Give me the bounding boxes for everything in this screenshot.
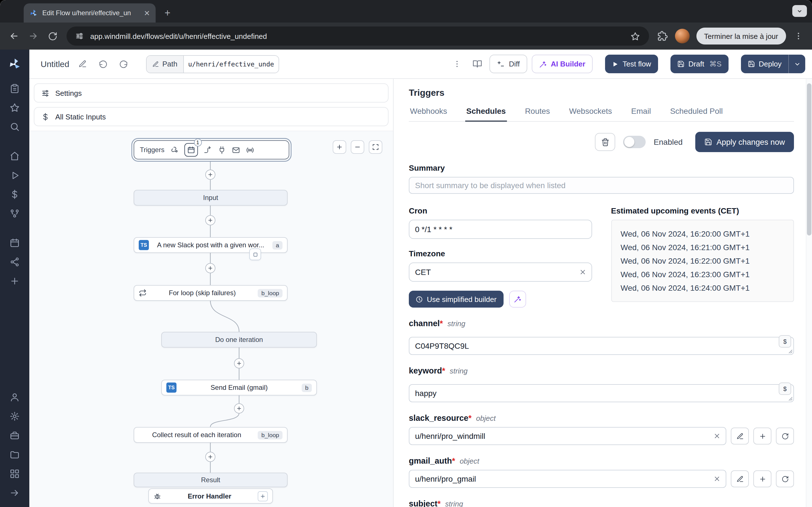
reload-icon[interactable] — [44, 27, 61, 45]
tab-search-chevron-icon[interactable] — [792, 5, 807, 17]
insert-step-button[interactable] — [234, 358, 244, 369]
edit-resource-button[interactable] — [731, 470, 749, 487]
redo-icon[interactable] — [116, 56, 132, 72]
user-icon[interactable] — [6, 389, 24, 406]
delete-schedule-button[interactable] — [595, 133, 615, 151]
deploy-button[interactable]: Deploy — [741, 55, 788, 73]
browser-update-button[interactable]: Terminer la mise à jour — [696, 27, 786, 45]
tab-schedules[interactable]: Schedules — [465, 107, 507, 122]
new-tab-button[interactable]: + — [160, 6, 175, 20]
runs-play-icon[interactable] — [6, 167, 24, 184]
insert-variable-button[interactable]: $ — [779, 335, 791, 348]
create-plus-icon[interactable] — [6, 273, 24, 290]
bookmark-star-icon[interactable] — [629, 31, 641, 42]
scrollbar-thumb[interactable] — [807, 83, 811, 235]
timezone-input[interactable] — [409, 263, 592, 282]
websockets-icon[interactable] — [217, 146, 226, 154]
gmail-auth-input[interactable] — [409, 470, 726, 488]
zoom-in-button[interactable] — [333, 140, 346, 154]
collect-result-node[interactable]: Collect result of each iteration b_loop — [134, 427, 288, 443]
site-settings-icon[interactable] — [74, 31, 85, 41]
result-node[interactable]: Result — [134, 473, 288, 487]
ai-cron-wand-button[interactable] — [509, 291, 526, 307]
browser-tab[interactable]: Edit Flow u/henri/effective_un ✕ — [24, 3, 156, 22]
docs-book-icon[interactable] — [469, 56, 485, 72]
ai-builder-button[interactable]: AI Builder — [531, 55, 593, 73]
fit-view-button[interactable] — [369, 140, 382, 154]
test-flow-button[interactable]: Test flow — [605, 55, 658, 73]
error-handler-node[interactable]: Error Handler — [148, 489, 273, 504]
variables-dollar-icon[interactable] — [6, 186, 24, 203]
clear-resource-icon[interactable] — [713, 475, 721, 483]
apps-grid-icon[interactable] — [6, 465, 24, 482]
enabled-toggle[interactable] — [623, 136, 646, 148]
home-icon[interactable] — [6, 148, 24, 165]
folders-icon[interactable] — [6, 446, 24, 463]
edit-resource-button[interactable] — [731, 428, 749, 445]
insert-step-button[interactable] — [205, 215, 215, 225]
workers-toolbox-icon[interactable] — [6, 427, 24, 444]
extensions-icon[interactable] — [654, 28, 670, 44]
favorites-star-icon[interactable] — [6, 99, 24, 116]
windmill-logo[interactable] — [8, 57, 21, 71]
browser-menu-kebab-icon[interactable] — [791, 28, 806, 44]
tab-routes[interactable]: Routes — [524, 107, 551, 121]
triggers-share-icon[interactable] — [6, 253, 24, 270]
profile-avatar[interactable] — [675, 29, 689, 43]
search-icon[interactable] — [6, 118, 24, 135]
add-resource-button[interactable] — [753, 470, 771, 487]
webhook-icon[interactable] — [170, 146, 179, 154]
input-node[interactable]: Input — [134, 190, 288, 206]
forward-icon[interactable] — [25, 27, 42, 45]
slack-resource-input[interactable] — [409, 427, 726, 445]
diff-button[interactable]: Diff — [490, 55, 527, 73]
routes-icon[interactable] — [203, 146, 212, 154]
deploy-caret-icon[interactable] — [788, 55, 805, 73]
resources-hub-icon[interactable] — [6, 205, 24, 222]
undo-icon[interactable] — [95, 56, 111, 72]
flow-canvas[interactable]: Triggers 1 — [29, 131, 393, 507]
summary-input[interactable] — [409, 177, 794, 194]
insert-step-button[interactable] — [205, 452, 215, 462]
edit-title-pencil-icon[interactable] — [75, 56, 91, 72]
step-asset-square-icon[interactable] — [249, 248, 261, 260]
tab-email[interactable]: Email — [630, 107, 652, 121]
insert-step-button[interactable] — [205, 170, 215, 180]
keyword-input[interactable] — [409, 384, 794, 402]
tab-scheduled-poll[interactable]: Scheduled Poll — [669, 107, 724, 121]
cron-input[interactable] — [409, 220, 592, 239]
schedules-calendar-icon[interactable] — [6, 234, 24, 251]
add-resource-button[interactable] — [753, 428, 771, 445]
back-icon[interactable] — [6, 27, 22, 45]
resize-handle[interactable] — [788, 349, 793, 354]
schedule-trigger-selected[interactable]: 1 — [184, 143, 198, 157]
forloop-node[interactable]: For loop (skip failures) b_loop — [134, 285, 288, 301]
tab-websockets[interactable]: Websockets — [568, 107, 613, 121]
simplified-builder-button[interactable]: Use simplified builder — [409, 291, 503, 307]
clear-resource-icon[interactable] — [713, 432, 721, 440]
panel-scrollbar[interactable] — [806, 79, 812, 507]
tab-webhooks[interactable]: Webhooks — [409, 107, 448, 121]
resize-handle[interactable] — [788, 397, 793, 401]
insert-variable-button[interactable]: $ — [779, 383, 791, 395]
email-trigger-icon[interactable] — [232, 146, 240, 154]
all-static-inputs-row[interactable]: All Static Inputs — [34, 107, 389, 126]
runs-list-icon[interactable] — [6, 80, 24, 97]
apply-changes-button[interactable]: Apply changes now — [695, 132, 794, 152]
clear-timezone-icon[interactable] — [579, 269, 586, 276]
settings-gear-icon[interactable] — [6, 408, 24, 425]
insert-step-button[interactable] — [205, 263, 215, 273]
tab-close-icon[interactable]: ✕ — [144, 9, 150, 17]
path-input[interactable] — [184, 55, 278, 72]
expand-sidebar-arrow-icon[interactable] — [6, 485, 24, 501]
do-one-iteration-node[interactable]: Do one iteration — [161, 332, 317, 348]
triggers-bar-node[interactable]: Triggers 1 — [134, 140, 289, 159]
refresh-resource-button[interactable] — [776, 470, 794, 487]
refresh-resource-button[interactable] — [776, 428, 794, 445]
channel-input[interactable] — [409, 337, 794, 355]
zoom-out-button[interactable] — [351, 140, 364, 154]
error-handler-add-icon[interactable] — [258, 491, 268, 501]
insert-step-button[interactable] — [234, 403, 244, 413]
send-email-node[interactable]: TS Send Email (gmail) b — [161, 380, 317, 395]
scheduled-poll-icon[interactable] — [246, 146, 254, 154]
